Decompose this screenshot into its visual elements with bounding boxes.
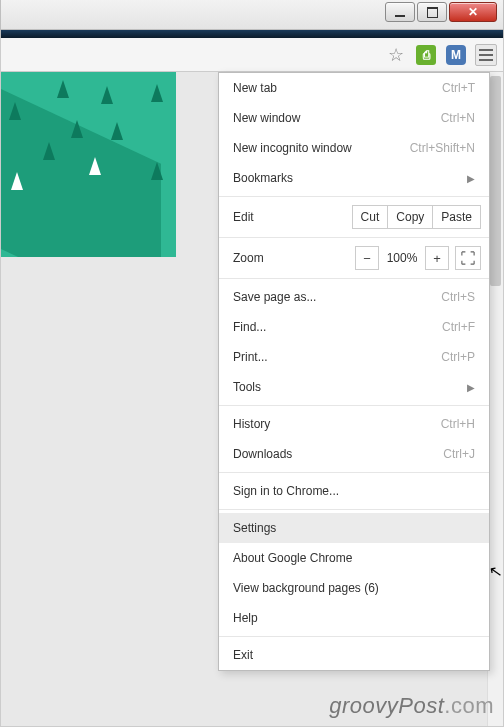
menu-item-exit[interactable]: Exit: [219, 640, 489, 670]
menu-item-settings[interactable]: Settings: [219, 513, 489, 543]
edit-copy-button[interactable]: Copy: [388, 205, 433, 229]
edit-paste-button[interactable]: Paste: [433, 205, 481, 229]
menu-item-help[interactable]: Help: [219, 603, 489, 633]
menu-item-edit: Edit Cut Copy Paste: [219, 200, 489, 234]
extension-m-button[interactable]: M: [445, 44, 467, 66]
menu-item-history[interactable]: History Ctrl+H: [219, 409, 489, 439]
menu-item-new-window[interactable]: New window Ctrl+N: [219, 103, 489, 133]
chrome-menu-button[interactable]: [475, 44, 497, 66]
window-minimize-button[interactable]: [385, 2, 415, 22]
menu-item-sign-in[interactable]: Sign in to Chrome...: [219, 476, 489, 506]
menu-item-zoom: Zoom − 100% +: [219, 241, 489, 275]
menu-item-downloads[interactable]: Downloads Ctrl+J: [219, 439, 489, 469]
menu-item-new-incognito[interactable]: New incognito window Ctrl+Shift+N: [219, 133, 489, 163]
edit-cut-button[interactable]: Cut: [352, 205, 389, 229]
menu-item-background-pages[interactable]: View background pages (6): [219, 573, 489, 603]
menu-item-about[interactable]: About Google Chrome: [219, 543, 489, 573]
window-maximize-button[interactable]: [417, 2, 447, 22]
window-close-button[interactable]: [449, 2, 497, 22]
menu-separator: [219, 278, 489, 279]
bookmark-star-button[interactable]: ☆: [385, 44, 407, 66]
scrollbar-thumb[interactable]: [490, 76, 501, 286]
menu-item-tools[interactable]: Tools ▶: [219, 372, 489, 402]
menu-separator: [219, 237, 489, 238]
menu-item-find[interactable]: Find... Ctrl+F: [219, 312, 489, 342]
menu-separator: [219, 405, 489, 406]
menu-separator: [219, 636, 489, 637]
submenu-arrow-icon: ▶: [467, 173, 475, 184]
zoom-level-value: 100%: [379, 246, 425, 270]
fullscreen-button[interactable]: [455, 246, 481, 270]
watermark-text: groovyPost.com: [329, 693, 494, 719]
browser-toolbar: ☆ ⎙ M: [0, 38, 504, 72]
page-background-art: [1, 72, 176, 257]
zoom-in-button[interactable]: +: [425, 246, 449, 270]
menu-item-bookmarks[interactable]: Bookmarks ▶: [219, 163, 489, 193]
fullscreen-icon: [461, 251, 475, 265]
m-icon: M: [446, 45, 466, 65]
zoom-out-button[interactable]: −: [355, 246, 379, 270]
window-titlebar: [0, 0, 504, 30]
menu-separator: [219, 509, 489, 510]
menu-separator: [219, 472, 489, 473]
hamburger-icon: [479, 49, 493, 51]
menu-item-new-tab[interactable]: New tab Ctrl+T: [219, 73, 489, 103]
printer-icon: ⎙: [416, 45, 436, 65]
tab-strip[interactable]: [0, 30, 504, 38]
menu-item-save-page-as[interactable]: Save page as... Ctrl+S: [219, 282, 489, 312]
extension-print-button[interactable]: ⎙: [415, 44, 437, 66]
chrome-menu: New tab Ctrl+T New window Ctrl+N New inc…: [218, 72, 490, 671]
submenu-arrow-icon: ▶: [467, 382, 475, 393]
menu-item-print[interactable]: Print... Ctrl+P: [219, 342, 489, 372]
star-icon: ☆: [388, 44, 404, 66]
menu-separator: [219, 196, 489, 197]
